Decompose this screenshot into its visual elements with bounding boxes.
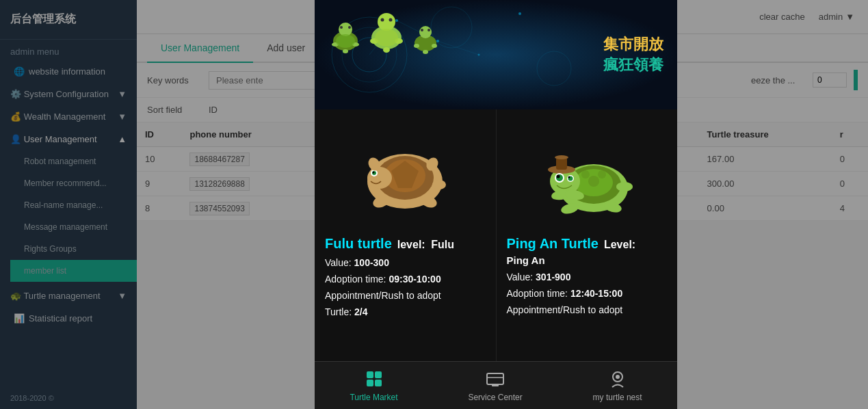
ping-an-turtle-svg (532, 127, 642, 222)
turtle-market-label: Turtle Market (350, 393, 397, 402)
svg-point-61 (556, 175, 560, 179)
ping-an-level-value: Ping An (507, 254, 668, 266)
svg-point-53 (581, 170, 590, 179)
fulu-turtle-card: Fulu turtle level: Fulu Value: 100-300 A… (315, 109, 497, 361)
svg-point-15 (340, 26, 343, 29)
svg-rect-76 (492, 384, 499, 386)
svg-rect-71 (375, 371, 382, 378)
svg-rect-73 (375, 380, 382, 386)
svg-point-48 (432, 180, 446, 189)
svg-point-34 (432, 44, 437, 48)
svg-point-23 (381, 18, 384, 22)
ping-an-turtle-image-area (507, 120, 668, 229)
svg-point-30 (419, 26, 432, 38)
svg-point-22 (378, 13, 395, 31)
ping-an-adoption-time: Adoption time: 12:40-15:00 (507, 288, 668, 299)
fulu-level-label: level: Fulu (397, 239, 454, 251)
svg-rect-74 (487, 373, 503, 384)
ping-an-adopt-label: Appointment/Rush to adopt (507, 304, 668, 315)
ping-an-turtle-card: Ping An Turtle Level: Ping An Value: 301… (497, 109, 678, 361)
svg-point-28 (375, 29, 398, 47)
svg-rect-70 (367, 371, 373, 378)
fulu-adopt-label: Appointment/Rush to adopt (325, 290, 486, 301)
nav-service-center[interactable]: Service Center (468, 369, 522, 402)
svg-point-16 (348, 26, 351, 29)
banner-turtle-icons (328, 7, 441, 55)
turtle-cards: Fulu turtle level: Fulu Value: 100-300 A… (315, 109, 677, 361)
fulu-name-row: Fulu turtle level: Fulu (325, 236, 486, 254)
banner-title-line1: 集市開放 (603, 34, 663, 55)
svg-point-54 (598, 170, 606, 179)
svg-point-69 (616, 182, 633, 192)
turtle-nest-icon (607, 369, 628, 389)
svg-point-27 (383, 47, 390, 53)
fulu-value: Value: 100-300 (325, 257, 486, 268)
ping-an-level-label: Level: (604, 239, 635, 251)
my-turtle-nest-label: my turtle nest (593, 393, 642, 402)
service-center-label: Service Center (468, 393, 522, 402)
fulu-adoption-time: Adoption time: 09:30-10:00 (325, 274, 486, 285)
svg-point-32 (428, 29, 430, 31)
ping-an-name-row: Ping An Turtle Level: (507, 236, 668, 254)
modal-banner: 集市開放 瘋狂領養 (315, 0, 677, 109)
bottom-nav: Turtle Market Service Center my turtle n… (315, 361, 677, 409)
svg-point-78 (616, 375, 620, 379)
svg-point-20 (336, 34, 355, 48)
ping-an-value: Value: 301-900 (507, 272, 668, 282)
svg-point-31 (421, 29, 423, 31)
banner-text: 集市開放 瘋狂領養 (603, 34, 663, 75)
svg-point-64 (568, 176, 570, 179)
fulu-turtle-count: Turtle: 2/4 (325, 306, 486, 317)
svg-rect-72 (367, 380, 373, 386)
svg-point-58 (555, 155, 568, 159)
svg-point-24 (389, 18, 393, 22)
service-center-icon (485, 369, 505, 389)
svg-point-35 (423, 50, 428, 54)
svg-point-43 (373, 172, 375, 174)
svg-point-8 (518, 12, 521, 15)
svg-point-33 (414, 44, 419, 48)
fulu-turtle-svg (354, 127, 456, 222)
modal: 集市開放 瘋狂領養 (315, 0, 677, 409)
svg-point-40 (367, 167, 392, 189)
fulu-turtle-image-area (325, 120, 486, 229)
svg-point-19 (343, 49, 348, 53)
fulu-name: Fulu turtle (325, 236, 392, 252)
nav-turtle-market[interactable]: Turtle Market (350, 369, 397, 402)
turtle-market-icon (364, 369, 384, 389)
ping-an-name: Ping An Turtle (507, 236, 599, 252)
svg-point-52 (588, 176, 599, 187)
nav-my-turtle-nest[interactable]: my turtle nest (593, 369, 642, 402)
banner-title-line2: 瘋狂領養 (603, 55, 663, 75)
